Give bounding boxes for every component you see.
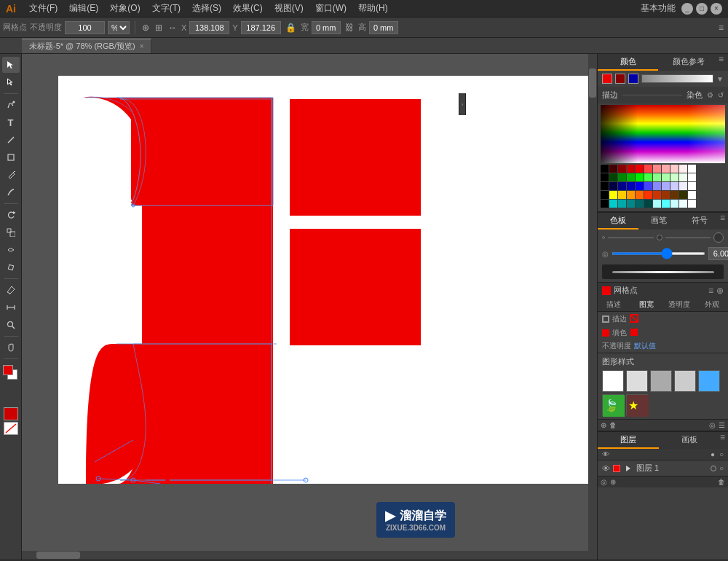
swatch-4-11[interactable] [688,191,696,199]
swatch-4-4[interactable] [627,191,635,199]
artwork-canvas[interactable] [58,76,590,484]
symbols-tab[interactable]: 符号 [679,213,720,230]
menu-file[interactable]: 文件(F) [25,2,62,15]
swatch-red-palest[interactable] [679,165,687,173]
swatch-red[interactable] [627,165,635,173]
swatch-3-7[interactable] [653,182,661,190]
type-tool[interactable]: T [2,114,20,130]
scroll-thumb-vertical[interactable] [589,68,596,98]
swatch-4-3[interactable] [618,191,626,199]
swatch-3-8[interactable] [662,182,670,190]
swatch-red-lighter[interactable] [653,165,661,173]
menu-effect[interactable]: 效果(C) [229,2,267,15]
swatch-5-3[interactable] [618,200,626,208]
close-button[interactable]: × [711,3,722,15]
reset-icon[interactable]: ↺ [718,91,724,99]
stroke-icon-red[interactable] [630,314,638,324]
layer-item[interactable]: 👁 图层 1 ○ [598,460,728,476]
swatch-2-9[interactable] [670,173,678,181]
swatch-2-5[interactable] [636,173,644,181]
gs-item-blue[interactable] [698,370,720,392]
brush-dot-sm[interactable] [602,236,605,239]
transparency-tab[interactable]: 透明度 [663,298,696,311]
line-tool[interactable] [2,132,20,148]
opacity-appearance-value[interactable]: 默认值 [634,341,656,351]
opacity-unit[interactable]: % [108,21,130,34]
red-color-swatch[interactable] [602,74,612,84]
layer-lock-icon[interactable]: ○ [719,464,724,472]
dark-red-swatch[interactable] [615,74,625,84]
swatch-red-dark[interactable] [618,165,626,173]
fill-color-icon[interactable] [630,328,638,338]
canvas-area[interactable]: ▶ 溜溜自学 ZIXUE.3D66.COM › [22,54,597,560]
brush-tool[interactable] [2,184,20,200]
new-layer-btn[interactable]: ⊕ [610,478,616,486]
swatch-2-2[interactable] [609,173,617,181]
swatch-5-4[interactable] [627,200,635,208]
layer-expand-icon[interactable] [623,463,633,474]
swatch-5-6[interactable] [644,200,652,208]
x-input[interactable] [189,21,229,34]
minimize-button[interactable]: _ [681,3,693,15]
new-layer-icon[interactable]: ⊕ [601,421,606,429]
color-tab[interactable]: 颜色 [598,54,658,71]
menu-window[interactable]: 窗口(W) [311,2,351,15]
locate-icon[interactable]: ◎ [601,478,607,486]
swatch-4-9[interactable] [670,191,678,199]
swatch-3-3[interactable] [618,182,626,190]
swatch-5-2[interactable] [609,200,617,208]
artboard-tab[interactable]: 画板 [659,432,720,449]
swatch-darkred[interactable] [609,165,617,173]
brush-options-icon[interactable]: ≡ [720,213,728,230]
swatch-5-7[interactable] [653,200,661,208]
swatch-red-bright[interactable] [636,165,644,173]
delete-btn[interactable]: 🗑 [718,478,725,486]
link-icon[interactable]: ⛓ [344,23,355,33]
swatch-3-11[interactable] [688,182,696,190]
swatch-5-9[interactable] [670,200,678,208]
zoom-tool[interactable] [2,317,20,333]
brush-size-input[interactable] [708,247,728,260]
brush-size-slider[interactable] [612,252,705,255]
width-tab[interactable]: 图宽 [630,298,663,311]
swatch-3-2[interactable] [609,182,617,190]
h-input[interactable] [369,21,398,34]
w-input[interactable] [312,21,341,34]
swatch-3-6[interactable] [644,182,652,190]
gs-item-thumb1[interactable]: 🍃 [602,394,624,416]
pen-tool[interactable] [2,97,20,113]
fill-tool-red[interactable] [4,407,18,420]
swatch-black[interactable] [601,165,609,173]
option-icon[interactable]: ⚙ [707,91,713,99]
panel-icon-1[interactable]: ◎ [709,421,716,429]
menu-edit[interactable]: 编辑(E) [65,2,103,15]
brushes-tab[interactable]: 画笔 [638,213,679,230]
swatch-3-5[interactable] [636,182,644,190]
color-reference-tab[interactable]: 颜色参考 [658,54,719,71]
measure-tool[interactable] [2,299,20,315]
blue-swatch[interactable] [628,74,638,84]
swatch-5-1[interactable] [601,200,609,208]
menu-select[interactable]: 选择(S) [188,2,226,15]
gs-item-thumb2[interactable]: ★ [626,394,648,416]
swatch-5-5[interactable] [636,200,644,208]
eyedropper-tool[interactable] [2,282,20,298]
direct-select-tool[interactable] [2,74,20,90]
color-selector[interactable] [3,365,19,381]
gs-item-med[interactable] [650,370,672,392]
swatch-2-3[interactable] [618,173,626,181]
gs-item-4[interactable] [674,370,696,392]
select-tool[interactable] [2,57,20,73]
lock-icon[interactable]: 🔒 [284,23,298,33]
warp-tool[interactable] [2,242,20,258]
swatch-4-5[interactable] [636,191,644,199]
menu-view[interactable]: 视图(V) [270,2,308,15]
swatch-3-10[interactable] [679,182,687,190]
appearance-new-icon[interactable]: ⊕ [716,286,724,296]
swatch-red-light[interactable] [644,165,652,173]
describe-tab[interactable]: 描述 [598,298,630,311]
swatch-4-7[interactable] [653,191,661,199]
swatch-3-1[interactable] [601,182,609,190]
stroke-tool-none[interactable] [4,422,18,435]
rect-tool[interactable] [2,149,20,165]
